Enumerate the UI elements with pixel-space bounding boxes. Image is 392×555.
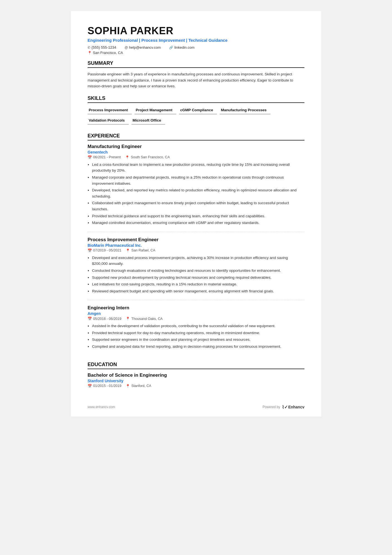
skill-tag: Project Management	[135, 106, 176, 114]
job-bullets: Developed and executed process improveme…	[88, 255, 304, 294]
company-name: BioMarin Pharmaceutical Inc.	[88, 243, 304, 248]
bullet-item: Managed corporate and departmental proje…	[92, 174, 304, 186]
header: SOPHIA PARKER Engineering Professional |…	[88, 25, 304, 55]
job-location: 📍 South San Francisco, CA	[125, 155, 170, 159]
linkedin-contact: 🔗 linkedin.com	[169, 45, 194, 50]
summary-text: Passionate engineer with 3 years of expe…	[88, 71, 304, 89]
job-bullets: Led a cross-functional team to implement…	[88, 162, 304, 226]
email-value: help@enhancv.com	[129, 45, 161, 50]
email-icon: @	[125, 46, 128, 50]
job-meta: 📅 07/2019 - 05/2021 📍 San Rafael, CA	[88, 248, 304, 253]
bullet-item: Supported senior engineers in the coordi…	[92, 337, 304, 343]
calendar-icon: 📅	[88, 317, 92, 321]
calendar-icon: 📅	[88, 155, 92, 159]
skill-tag: Validation Protocols	[88, 117, 129, 125]
company-name: Genentech	[88, 150, 304, 154]
tagline: Engineering Professional | Process Impro…	[88, 38, 304, 43]
bullet-item: Led a cross-functional team to implement…	[92, 162, 304, 174]
location-icon-job: 📍	[126, 317, 130, 321]
job-title: Manufacturing Engineer	[88, 144, 304, 149]
bullet-item: Led initiatives for cost-saving projects…	[92, 281, 304, 287]
bullet-item: Provided technical guidance and support …	[92, 213, 304, 219]
job-entry: Manufacturing EngineerGenentech 📅 06/202…	[88, 144, 304, 232]
education-section: EDUCATION Bachelor of Science in Enginee…	[88, 362, 304, 388]
contact-row-1: ✆ (555) 555-1234 @ help@enhancv.com 🔗 li…	[88, 45, 304, 50]
bullet-item: Conducted thorough evaluations of existi…	[92, 268, 304, 274]
job-title: Engineering Intern	[88, 305, 304, 311]
job-entry: Engineering InternAmgen 📅 05/2018 - 06/2…	[88, 305, 304, 355]
company-name: Amgen	[88, 311, 304, 316]
jobs-container: Manufacturing EngineerGenentech 📅 06/202…	[88, 144, 304, 356]
edu-entry: Bachelor of Science in Engineering Stanf…	[88, 373, 304, 388]
education-title: EDUCATION	[88, 362, 304, 369]
edu-location: 📍 Stanford, CA	[126, 384, 151, 388]
location-contact: 📍 San Francisco, CA	[88, 51, 123, 55]
summary-title: SUMMARY	[88, 60, 304, 68]
phone-icon: ✆	[88, 46, 90, 50]
contact-row-2: 📍 San Francisco, CA	[88, 51, 304, 55]
location-icon-job: 📍	[125, 155, 130, 159]
skill-tag: cGMP Compliance	[179, 106, 217, 114]
bullet-item: Compiled and analyzed data for trend rep…	[92, 344, 304, 350]
edu-date: 📅 01/2015 - 01/2019	[88, 384, 121, 388]
bullet-item: Provided technical support for day-to-da…	[92, 330, 304, 336]
candidate-name: SOPHIA PARKER	[88, 25, 304, 37]
skill-tag: Microsoft Office	[132, 117, 165, 125]
job-date: 📅 07/2019 - 05/2021	[88, 248, 121, 253]
calendar-icon: 📅	[88, 384, 92, 388]
edu-school: Stanford University	[88, 379, 304, 383]
link-icon: 🔗	[169, 46, 173, 50]
job-title: Process Improvement Engineer	[88, 237, 304, 243]
brand-name: Enhancv	[288, 405, 304, 409]
phone-value: (555) 555-1234	[91, 45, 116, 50]
skills-grid: Process ImprovementProject ManagementcGM…	[88, 106, 304, 127]
experience-section: EXPERIENCE Manufacturing EngineerGenente…	[88, 133, 304, 356]
bullet-item: Developed, tracked, and reported key met…	[92, 187, 304, 199]
job-meta: 📅 06/2021 - Present 📍 South San Francisc…	[88, 155, 304, 159]
job-location: 📍 San Rafael, CA	[126, 248, 155, 253]
job-location: 📍 Thousand Oaks, CA	[126, 317, 163, 321]
job-date: 📅 06/2021 - Present	[88, 155, 121, 159]
bullet-item: Assisted in the development of validatio…	[92, 323, 304, 329]
bullet-item: Developed and executed process improveme…	[92, 255, 304, 267]
bullet-item: Reviewed department budget and spending …	[92, 288, 304, 294]
summary-section: SUMMARY Passionate engineer with 3 years…	[88, 60, 304, 89]
location-icon: 📍	[88, 51, 92, 55]
job-entry: Process Improvement EngineerBioMarin Pha…	[88, 237, 304, 300]
edu-degree: Bachelor of Science in Engineering	[88, 373, 304, 378]
linkedin-value: linkedin.com	[174, 45, 194, 50]
location-icon-edu: 📍	[126, 384, 130, 388]
skills-title: SKILLS	[88, 95, 304, 103]
skill-tag: Manufacturing Processes	[220, 106, 270, 114]
powered-by-label: Powered by	[262, 405, 280, 409]
resume-page: SOPHIA PARKER Engineering Professional |…	[71, 11, 321, 416]
calendar-icon: 📅	[88, 248, 92, 253]
bullet-item: Managed controlled documentation, ensuri…	[92, 220, 304, 226]
enhancv-icon: ⌇✓	[282, 404, 288, 410]
location-value: San Francisco, CA	[93, 51, 123, 55]
job-date: 📅 05/2018 - 06/2019	[88, 317, 121, 321]
bullet-item: Collaborated with project management to …	[92, 200, 304, 212]
phone-contact: ✆ (555) 555-1234	[88, 45, 116, 50]
footer-website: www.enhancv.com	[88, 405, 115, 409]
location-icon-job: 📍	[126, 248, 130, 253]
job-meta: 📅 05/2018 - 06/2019 📍 Thousand Oaks, CA	[88, 317, 304, 321]
skill-tag: Process Improvement	[88, 106, 132, 114]
edu-meta: 📅 01/2015 - 01/2019 📍 Stanford, CA	[88, 384, 304, 388]
bullet-item: Supported new product development by pro…	[92, 275, 304, 281]
experience-title: EXPERIENCE	[88, 133, 304, 140]
footer-brand: Powered by ⌇✓ Enhancv	[262, 404, 304, 410]
skills-section: SKILLS Process ImprovementProject Manage…	[88, 95, 304, 127]
footer: www.enhancv.com Powered by ⌇✓ Enhancv	[88, 404, 304, 410]
email-contact: @ help@enhancv.com	[125, 45, 161, 50]
job-bullets: Assisted in the development of validatio…	[88, 323, 304, 349]
enhancv-logo: ⌇✓ Enhancv	[282, 404, 304, 410]
